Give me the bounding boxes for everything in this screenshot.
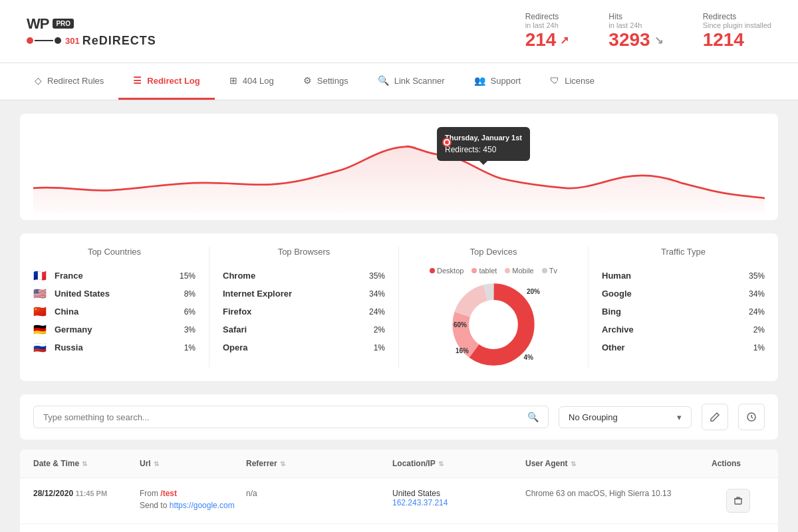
archive-pct: 2% [741,325,765,334]
stat-hits-label: Hits [608,12,662,21]
tab-redirect-rules[interactable]: ◇ Redirect Rules [20,63,118,100]
ie-name: Internet Explorer [223,289,362,299]
stat-hits-arrow: ↘ [654,34,663,47]
browser-opera: Opera 1% [223,338,385,356]
top-countries-section: Top Countries 🇫🇷 France 15% 🇺🇸 United St… [20,247,209,368]
clock-icon [746,412,757,422]
donut-chart: 20% 60% 16% 4% [450,281,537,368]
legend-mobile: Mobile [505,267,533,275]
stat-redirects-label: Redirects [525,12,569,21]
sort-url-icon[interactable]: ⇅ [154,460,159,467]
tab-link-scanner[interactable]: 🔍 Link Scanner [363,63,460,100]
traffic-bing: Bing 24% [602,303,765,321]
tabs-bar: ◇ Redirect Rules ☰ Redirect Log ⊞ 404 Lo… [0,63,798,100]
logo-circle-dark [55,37,61,44]
russia-name: Russia [55,342,172,352]
to-url-1[interactable]: https://google.com [170,501,235,510]
sort-useragent-icon[interactable]: ⇅ [571,460,576,467]
stat-redirects-value: 214 ↗ [525,29,569,51]
firefox-pct: 24% [362,307,385,317]
human-pct: 35% [741,271,765,281]
browser-safari: Safari 2% [223,321,385,338]
log-table: Date & Time ⇅ Url ⇅ Referrer ⇅ Location/… [20,450,778,532]
logo-301: 301 [65,36,80,46]
time-value-1: 11:45 PM [75,489,107,497]
russia-flag: 🇷🇺 [33,342,48,352]
table-header: Date & Time ⇅ Url ⇅ Referrer ⇅ Location/… [20,450,778,478]
legend-tv: Tv [542,267,557,275]
tab-support[interactable]: 👥 Support [460,63,536,100]
shield-icon: 🛡 [550,75,559,86]
other-name: Other [602,342,741,352]
china-name: China [55,307,172,317]
france-name: France [55,271,172,281]
trash-icon-1 [733,496,743,505]
sort-referrer-icon[interactable]: ⇅ [280,460,285,467]
sort-location-icon[interactable]: ⇅ [438,460,444,467]
cell-url-1: From /test Send to https://google.com [140,489,246,510]
us-name: United States [55,289,172,299]
tabs-list: ◇ Redirect Rules ☰ Redirect Log ⊞ 404 Lo… [20,63,778,100]
delete-button-1[interactable] [726,489,750,513]
chart-tooltip-date: Thursday, January 1st [445,132,522,144]
date-value-1: 28/12/2020 11:45 PM [33,489,140,498]
search-input[interactable] [43,412,521,422]
russia-pct: 1% [172,343,196,352]
top-devices-section: Top Devices Desktop tablet Mobile Tv [399,247,589,368]
edit-button[interactable] [702,404,728,430]
browser-chrome: Chrome 35% [223,267,385,285]
cell-useragent-1: Chrome 63 on macOS, High Sierra 10.13 [525,489,712,498]
france-flag: 🇫🇷 [33,271,48,281]
tab-license[interactable]: 🛡 License [535,63,609,100]
opera-pct: 1% [362,343,385,352]
chart-container: Thursday, January 1st Redirects: 450 [20,114,778,220]
logo: WP PRO 301 ReDIRECTS [27,15,156,48]
support-icon: 👥 [474,75,485,86]
stat-total-label: Redirects [703,12,771,21]
browser-firefox: Firefox 24% [223,303,385,321]
search-filter-bar: 🔍 No Grouping ▾ [20,394,778,440]
grouping-dropdown[interactable]: No Grouping ▾ [559,406,692,428]
tab-settings[interactable]: ⚙ Settings [289,63,363,100]
germany-flag: 🇩🇪 [33,325,48,334]
cell-location-1: United States 162.243.37.214 [392,489,525,507]
col-actions: Actions [712,459,765,468]
table-row: 28/12/2020 11:45 PM From /test Send to h… [20,524,778,532]
logo-circle-red [27,37,33,44]
tab-redirect-log[interactable]: ☰ Redirect Log [118,63,214,100]
logo-wp-text: WP [27,15,49,33]
opera-name: Opera [223,342,362,352]
gear-icon: ⚙ [303,75,312,86]
safari-pct: 2% [362,325,385,334]
stat-redirects-arrow: ↗ [560,34,569,47]
location-country-1: United States [392,489,525,498]
location-ip-1[interactable]: 162.243.37.214 [392,498,448,507]
tab-404-log-label: 404 Log [243,76,274,86]
cell-referrer-1: n/a [246,489,392,498]
country-row-russia: 🇷🇺 Russia 1% [33,338,196,356]
col-datetime: Date & Time ⇅ [33,459,140,468]
analytics-row: Top Countries 🇫🇷 France 15% 🇺🇸 United St… [20,233,778,381]
tab-redirect-rules-label: Redirect Rules [47,76,104,86]
logo-redirects-text: ReDIRECTS [82,34,156,48]
col-useragent: User Agent ⇅ [525,459,712,468]
top-countries-title: Top Countries [33,247,196,257]
browser-ie: Internet Explorer 34% [223,285,385,303]
other-pct: 1% [741,343,765,352]
from-path-1[interactable]: /test [160,489,177,498]
tab-404-log[interactable]: ⊞ 404 Log [215,63,289,100]
france-pct: 15% [172,271,196,281]
legend-tablet: tablet [471,267,497,275]
chart-tooltip: Thursday, January 1st Redirects: 450 [437,127,530,161]
list-icon: ☰ [133,75,142,86]
sort-datetime-icon[interactable]: ⇅ [82,460,87,467]
human-name: Human [602,271,741,281]
tab-support-label: Support [491,76,521,86]
stat-redirects-sublabel: in last 24h [525,21,569,29]
ie-pct: 34% [362,289,385,299]
clock-button[interactable] [738,404,765,430]
china-pct: 6% [172,307,196,317]
traffic-archive: Archive 2% [602,321,765,338]
header-stats: Redirects in last 24h 214 ↗ Hits in last… [525,12,771,51]
search-input-wrap[interactable]: 🔍 [33,406,549,428]
